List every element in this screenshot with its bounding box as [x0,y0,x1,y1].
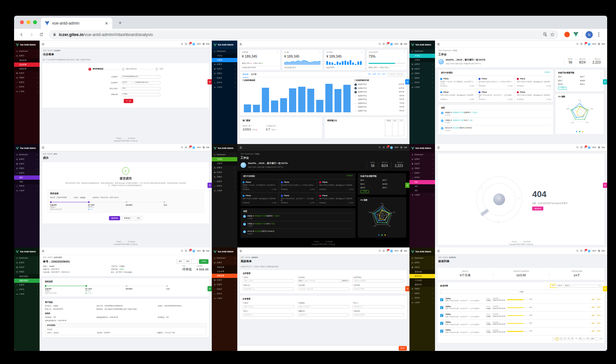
mini-sidebar-item[interactable]: ▦列表页∨ [212,278,237,282]
mini-logo[interactable]: Vue Antd Admin [409,144,435,153]
mini-sidebar-subitem[interactable]: 分析页 [212,58,237,62]
text-input[interactable]: 请选择时间◷ [298,313,349,317]
mini-sidebar-item[interactable]: ✓结果页∨ [409,171,435,175]
footer-link[interactable]: Ant Design [128,137,135,139]
prev-page-button[interactable]: ‹ [552,337,555,340]
project-group-link[interactable]: 科学搬砖组 [479,85,485,87]
nav-action-link[interactable]: 操作三 [558,80,579,82]
mini-sidebar-item[interactable]: ▤表单页∨ [14,157,40,162]
back-button[interactable] [17,30,26,39]
urge-link[interactable]: 催一下 [88,209,126,211]
text-input[interactable]: 请输入任务描述 [298,305,349,308]
mini-sidebar-item[interactable]: ✓结果页∨ [212,76,237,81]
mini-logo[interactable]: Vue Antd Admin [409,41,435,49]
project-cell[interactable]: Alipay城镇中有那么多的酒馆，她却偏偏走进了我的酒馆科学搬砖组9小时前 [317,193,355,206]
mini-sidebar-subitem[interactable]: 分析页 [409,58,435,62]
menu-trigger-icon[interactable] [240,43,242,46]
mini-sidebar-item[interactable]: ■小组件∨ [409,300,435,305]
settings-gear-button[interactable] [405,183,409,188]
sales-tab[interactable]: 访问量 [251,72,257,77]
project-cell[interactable]: Alipay那是一种内在的东西，他们到达不了，也无法触及的科学搬砖组9小时前 [477,89,515,102]
mini-sidebar-item[interactable]: ▧详情页∨ [212,71,237,76]
menu-trigger-icon[interactable] [437,146,440,149]
mini-sidebar-item[interactable]: ▧详情页∨ [14,76,40,80]
info-icon[interactable] [319,51,321,54]
vue-devtools-icon[interactable] [573,32,579,37]
mini-sidebar-item[interactable]: ■小组件∨ [14,292,40,297]
mini-logo[interactable]: Vue Antd Admin [212,41,237,49]
mini-logo[interactable]: Vue Antd Admin [14,41,40,49]
project-cell[interactable]: Alipay那是一种内在的东西，他们到达不了，也无法触及的科学搬砖组9小时前 [279,193,317,206]
range-link[interactable]: 今日 [368,73,371,76]
search-icon[interactable] [379,250,381,252]
nav-action-link[interactable]: 操作一 [558,76,579,78]
item-action-link[interactable]: 编辑 [592,322,595,325]
info-icon[interactable] [361,51,363,54]
mini-sidebar-subitem[interactable]: 分步表单 [14,63,40,67]
menu-trigger-icon[interactable] [437,43,440,46]
footer-link[interactable]: Pro首页 [116,241,121,243]
info-icon[interactable] [277,51,279,54]
project-cell[interactable]: Alipay城镇中有那么多的酒馆，她却偏偏走进了我的酒馆科学搬砖组9小时前 [515,89,553,102]
language-icon[interactable] [203,250,205,252]
mini-sidebar-item[interactable]: ✓结果页∨ [409,291,435,296]
mini-sidebar-subitem[interactable]: 403 [409,184,435,189]
search-icon[interactable] [181,43,183,45]
select-field[interactable]: 请选择任务类型∨ [353,313,404,317]
nav-action-link[interactable]: 操作四 [382,183,404,185]
mini-sidebar-item[interactable]: ▦列表页∨ [14,162,40,166]
search-icon[interactable] [181,146,183,149]
mini-sidebar-item[interactable]: ▤表单页∨ [212,62,237,67]
project-group-link[interactable]: 科学搬砖组 [440,99,447,100]
mini-sidebar-item[interactable]: ▦列表页∨ [409,67,435,71]
mini-sidebar-item[interactable]: ▧详情页∨ [212,282,237,287]
notification-bell-icon[interactable]: 12 [189,250,191,252]
mini-sidebar-item[interactable]: △异常页∨ [212,184,237,189]
select-field[interactable]: 支付宝∨ [121,81,133,84]
mini-sidebar-subitem[interactable]: 失败 [14,180,40,184]
mini-sidebar-item[interactable]: ◎Dashboard∨ [14,153,40,157]
user-avatar[interactable] [588,43,590,46]
mini-logo[interactable]: Vue Antd Admin [14,144,40,153]
language-label[interactable]: 简体 [602,43,605,45]
mini-sidebar-item[interactable]: △异常页∨ [14,184,40,189]
notification-bell-icon[interactable]: 12 [386,250,389,252]
mini-sidebar-item[interactable]: ✓结果页∨ [409,76,435,81]
mini-sidebar-item[interactable]: ◎Dashboard∧ [212,153,237,157]
item-action-link[interactable]: 编辑 [592,315,595,317]
mini-sidebar-item[interactable]: △异常页∨ [409,81,435,85]
user-avatar[interactable] [390,250,393,252]
new-tab-button[interactable]: + [116,19,124,27]
user-avatar[interactable] [192,43,195,46]
project-group-link[interactable]: 科学搬砖组 [440,85,447,87]
feed-link[interactable]: 八月迭代 [471,112,478,113]
submit-button[interactable]: 提 交 [399,346,407,350]
user-avatar[interactable] [588,146,590,149]
feed-link[interactable]: 项目进展 [255,230,261,232]
help-icon[interactable] [580,146,583,149]
channel-radio[interactable]: 全渠道 [385,119,393,136]
mini-sidebar-item[interactable]: ◎Dashboard∨ [14,49,40,54]
nav-action-link[interactable]: 操作一 [360,179,382,181]
language-icon[interactable] [203,43,205,45]
filter-radio[interactable]: 进行中 [556,284,564,288]
mini-sidebar-item[interactable]: ▧详情页∨ [212,175,237,179]
mini-sidebar-subitem[interactable]: 基础详情页 [14,274,40,279]
text-input[interactable]: 开始日期 ~ 结束日期 [298,287,349,291]
search-icon[interactable] [576,250,579,252]
action-button[interactable]: 操作 [184,259,192,264]
mini-sidebar-item[interactable]: ■小组件∨ [409,85,435,90]
secondary-button[interactable]: 查看项目 [122,216,133,220]
help-icon[interactable] [185,43,187,45]
language-label[interactable]: 简体 [206,146,209,149]
language-label[interactable]: 简体 [206,250,209,252]
item-action-link[interactable]: 更多 ∨ [597,299,602,301]
mini-sidebar-subitem[interactable]: 工作台 [212,157,237,161]
help-icon[interactable] [383,43,385,45]
menu-trigger-icon[interactable] [42,250,45,252]
range-link[interactable]: 本月 [377,73,381,76]
settings-gear-button[interactable] [603,183,607,188]
user-avatar[interactable] [390,146,393,149]
page-button[interactable]: 1 [556,337,559,340]
item-title[interactable]: AliPay [445,329,484,332]
